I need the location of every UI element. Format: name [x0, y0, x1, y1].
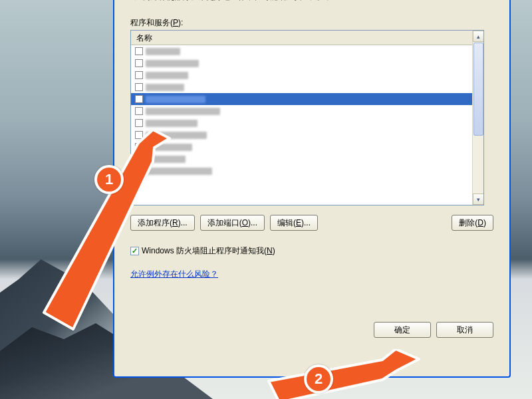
item-checkbox[interactable]	[135, 143, 143, 151]
list-column-header-name[interactable]: 名称	[131, 31, 483, 45]
blurred-item-name	[146, 48, 180, 55]
item-checkbox[interactable]	[135, 131, 143, 139]
edit-button[interactable]: 编辑(E)...	[270, 215, 318, 231]
delete-button[interactable]: 删除(D)	[452, 215, 493, 231]
list-item[interactable]	[131, 81, 472, 93]
scroll-down-button[interactable]: ▾	[473, 194, 484, 205]
list-item-selected[interactable]	[131, 93, 472, 105]
item-checkbox[interactable]	[135, 95, 143, 103]
add-port-button[interactable]: 添加端口(O)...	[200, 215, 265, 231]
list-item[interactable]	[131, 57, 472, 69]
item-checkbox[interactable]	[135, 155, 143, 163]
list-item[interactable]	[131, 69, 472, 81]
blurred-item-name	[146, 120, 198, 127]
blurred-item-name	[146, 144, 192, 151]
description-text: 加例外将使部分程序更好地工作，但可能增加安全风险。	[130, 0, 493, 3]
notify-checkbox-row: ✓ Windows 防火墙阻止程序时通知我(N)	[130, 245, 493, 257]
list-item[interactable]	[131, 105, 472, 117]
notify-checkbox[interactable]: ✓	[130, 247, 139, 255]
scroll-up-button[interactable]: ▴	[473, 31, 484, 42]
blurred-item-name	[146, 132, 207, 139]
list-item[interactable]	[131, 141, 472, 153]
item-checkbox[interactable]	[135, 119, 143, 127]
blurred-item-name	[146, 156, 186, 163]
cancel-button[interactable]: 取消	[436, 322, 493, 338]
scroll-thumb[interactable]	[473, 43, 483, 136]
dialog-buttons: 确定 取消	[374, 322, 493, 338]
risk-help-link[interactable]: 允许例外存在什么风险？	[130, 269, 493, 280]
notify-checkbox-label: Windows 防火墙阻止程序时通知我(N)	[142, 245, 275, 257]
list-item[interactable]	[131, 117, 472, 129]
blurred-item-name	[146, 60, 199, 67]
list-item[interactable]	[131, 45, 472, 57]
item-checkbox[interactable]	[135, 83, 143, 91]
list-item[interactable]	[131, 153, 472, 165]
description-line: 加例外将使部分程序更好地工作，但可能增加安全风险。	[134, 0, 493, 3]
item-checkbox[interactable]	[135, 71, 143, 79]
ok-button[interactable]: 确定	[374, 322, 431, 338]
vertical-scrollbar[interactable]: ▴ ▾	[472, 31, 483, 205]
list-item[interactable]	[131, 165, 472, 177]
blurred-item-name	[146, 168, 212, 175]
blurred-item-name	[146, 72, 188, 79]
programs-services-label: 程序和服务(P):	[130, 17, 493, 29]
add-program-button[interactable]: 添加程序(R)...	[130, 215, 195, 231]
item-checkbox[interactable]	[135, 59, 143, 67]
list-body	[131, 45, 472, 205]
item-checkbox[interactable]	[135, 107, 143, 115]
programs-services-listbox[interactable]: 名称 ▴ ▾	[130, 30, 484, 205]
list-action-buttons: 添加程序(R)... 添加端口(O)... 编辑(E)... 删除(D)	[130, 215, 493, 231]
blurred-item-name	[146, 84, 184, 91]
blurred-item-name	[146, 108, 220, 115]
item-checkbox[interactable]	[135, 47, 143, 55]
list-item[interactable]	[131, 129, 472, 141]
firewall-exceptions-dialog: 加例外将使部分程序更好地工作，但可能增加安全风险。 程序和服务(P): 名称 ▴…	[113, 0, 511, 378]
blurred-item-name	[146, 96, 205, 103]
item-checkbox[interactable]	[135, 167, 143, 175]
